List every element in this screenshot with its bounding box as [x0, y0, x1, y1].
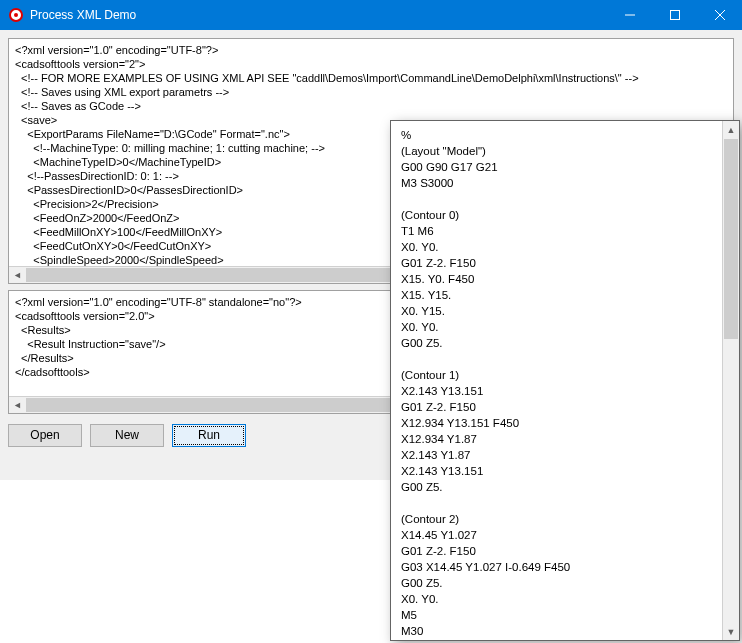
gcode-output-text: % (Layout "Model") G00 G90 G17 G21 M3 S3…: [391, 121, 722, 640]
scroll-thumb[interactable]: [724, 139, 738, 339]
scroll-up-icon[interactable]: ▲: [723, 121, 739, 138]
window-title: Process XML Demo: [30, 8, 136, 22]
titlebar[interactable]: Process XML Demo: [0, 0, 742, 30]
scroll-down-icon[interactable]: ▼: [723, 623, 739, 640]
run-button[interactable]: Run: [172, 424, 246, 447]
minimize-button[interactable]: [607, 0, 652, 30]
close-button[interactable]: [697, 0, 742, 30]
svg-rect-3: [670, 11, 679, 20]
window-controls: [607, 0, 742, 30]
scroll-thumb[interactable]: [26, 268, 406, 282]
scroll-left-icon[interactable]: ◄: [9, 397, 26, 413]
maximize-button[interactable]: [652, 0, 697, 30]
new-button[interactable]: New: [90, 424, 164, 447]
app-icon: [8, 7, 24, 23]
svg-point-1: [14, 13, 18, 17]
popup-vscrollbar[interactable]: ▲ ▼: [722, 121, 739, 640]
scroll-left-icon[interactable]: ◄: [9, 267, 26, 283]
open-button[interactable]: Open: [8, 424, 82, 447]
gcode-popup[interactable]: % (Layout "Model") G00 G90 G17 G21 M3 S3…: [390, 120, 740, 641]
